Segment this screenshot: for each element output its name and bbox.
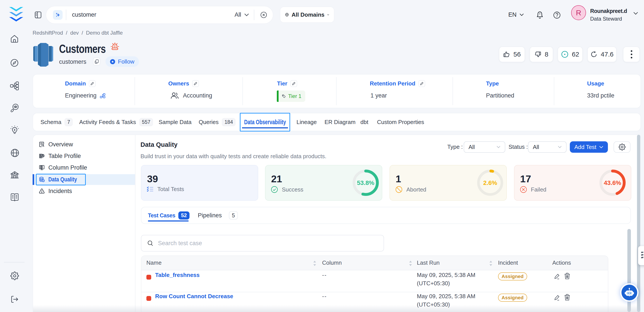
svg-text:53.8%: 53.8% — [357, 180, 374, 186]
svg-text:43.6%: 43.6% — [604, 180, 621, 186]
svg-text:2.6%: 2.6% — [483, 180, 497, 186]
